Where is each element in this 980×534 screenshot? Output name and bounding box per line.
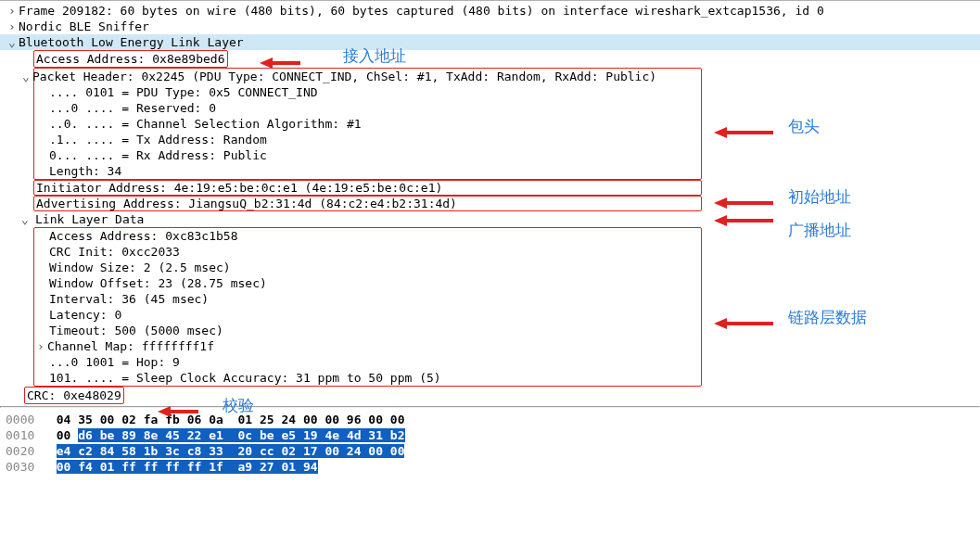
packet-details-tree[interactable]: ›Frame 209182: 60 bytes on wire (480 bit… bbox=[0, 1, 980, 406]
length-field[interactable]: Length: 34 bbox=[34, 163, 699, 179]
collapse-icon[interactable]: ⌄ bbox=[19, 211, 32, 227]
hex-row-2[interactable]: 0020 e4 c2 84 58 1b 3c c8 33 20 cc 02 17… bbox=[6, 443, 974, 459]
ble-ll-node[interactable]: ⌄Bluetooth Low Energy Link Layer bbox=[0, 34, 980, 50]
lld-access-field[interactable]: Access Address: 0xc83c1b58 bbox=[34, 228, 701, 244]
packet-header-box: ⌄Packet Header: 0x2245 (PDU Type: CONNEC… bbox=[33, 68, 702, 180]
rxaddr-field[interactable]: 0... .... = Rx Address: Public bbox=[34, 147, 699, 163]
lld-latency-field[interactable]: Latency: 0 bbox=[34, 307, 701, 323]
hex-row-3[interactable]: 0030 00 f4 01 ff ff ff ff 1f a9 27 01 94 bbox=[6, 459, 974, 475]
hex-row-0[interactable]: 0000 04 35 00 02 fa fb 06 0a 01 25 24 00… bbox=[6, 412, 974, 427]
lld-crcinit-field[interactable]: CRC Init: 0xcc2033 bbox=[34, 244, 701, 260]
ann-adv: 广播地址 bbox=[788, 220, 851, 241]
lld-winsize-field[interactable]: Window Size: 2 (2.5 msec) bbox=[34, 260, 701, 275]
lld-sca-field[interactable]: 101. .... = Sleep Clock Accuracy: 31 ppm… bbox=[34, 370, 701, 386]
nordic-text: Nordic BLE Sniffer bbox=[19, 19, 149, 33]
expand-icon[interactable]: › bbox=[34, 338, 47, 354]
hex-row-1[interactable]: 0010 00 d6 be 89 8e 45 22 e1 0c be e5 19… bbox=[6, 427, 974, 443]
hex-dump-pane[interactable]: 0000 04 35 00 02 fa fb 06 0a 01 25 24 00… bbox=[0, 408, 980, 480]
chsel-field[interactable]: ..0. .... = Channel Selection Algorithm:… bbox=[34, 116, 699, 132]
crc-text: CRC: 0xe48029 bbox=[24, 387, 124, 404]
access-address-field[interactable]: Access Address: 0x8e89bed6 bbox=[0, 50, 980, 68]
packet-header-text: Packet Header: 0x2245 (PDU Type: CONNECT… bbox=[32, 70, 656, 83]
pdu-type-field[interactable]: .... 0101 = PDU Type: 0x5 CONNECT_IND bbox=[34, 84, 699, 100]
ann-header: 包头 bbox=[788, 116, 820, 137]
collapse-icon[interactable]: ⌄ bbox=[19, 69, 32, 84]
frame-node[interactable]: ›Frame 209182: 60 bytes on wire (480 bit… bbox=[0, 3, 980, 19]
ann-lld: 链路层数据 bbox=[788, 307, 867, 328]
collapse-icon[interactable]: ⌄ bbox=[6, 34, 19, 50]
lld-winoffset-field[interactable]: Window Offset: 23 (28.75 msec) bbox=[34, 275, 701, 291]
lld-chmap-node[interactable]: ›Channel Map: ffffffff1f bbox=[34, 338, 701, 354]
packet-header-node[interactable]: ⌄Packet Header: 0x2245 (PDU Type: CONNEC… bbox=[34, 69, 699, 84]
advertising-address-field[interactable]: Advertising Address: JiangsuQ_b2:31:4d (… bbox=[33, 196, 702, 211]
frame-text: Frame 209182: 60 bytes on wire (480 bits… bbox=[19, 4, 824, 18]
ann-init: 初始地址 bbox=[788, 186, 851, 208]
txaddr-field[interactable]: .1.. .... = Tx Address: Random bbox=[34, 132, 699, 147]
expand-icon[interactable]: › bbox=[6, 3, 19, 19]
initiator-address-field[interactable]: Initiator Address: 4e:19:e5:be:0c:e1 (4e… bbox=[33, 180, 702, 196]
lld-interval-field[interactable]: Interval: 36 (45 msec) bbox=[34, 291, 701, 307]
access-address-text: Access Address: 0x8e89bed6 bbox=[33, 50, 228, 68]
link-layer-data-node[interactable]: ⌄Link Layer Data bbox=[19, 211, 702, 227]
lld-hop-field[interactable]: ...0 1001 = Hop: 9 bbox=[34, 354, 701, 370]
nordic-node[interactable]: ›Nordic BLE Sniffer bbox=[0, 19, 980, 34]
crc-field[interactable]: CRC: 0xe48029 bbox=[0, 387, 980, 404]
link-layer-data-box: Access Address: 0xc83c1b58 CRC Init: 0xc… bbox=[33, 227, 702, 387]
reserved-field[interactable]: ...0 .... = Reserved: 0 bbox=[34, 100, 699, 116]
ble-ll-text: Bluetooth Low Energy Link Layer bbox=[19, 35, 244, 49]
expand-icon[interactable]: › bbox=[6, 19, 19, 34]
lld-timeout-field[interactable]: Timeout: 500 (5000 msec) bbox=[34, 323, 701, 338]
